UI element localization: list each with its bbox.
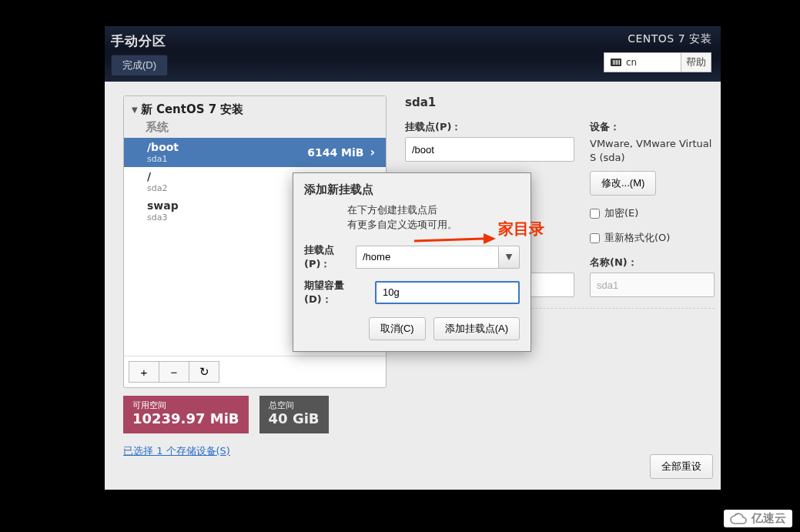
encrypt-label: 加密(E) [604,206,638,220]
svg-line-0 [414,239,484,241]
total-space-box: 总空间 40 GiB [259,396,329,433]
reload-button[interactable]: ↻ [189,361,219,383]
chevron-down-icon[interactable]: ▼ [498,246,520,269]
dialog-capacity-label: 期望容量(D)： [304,279,367,306]
partition-size: 6144 MiB [307,146,363,159]
partition-device: sda3 [147,212,179,223]
cloud-icon [730,513,747,525]
device-label: 设备： [590,120,715,134]
available-space-value: 10239.97 MiB [132,410,239,427]
mount-point-label: 挂载点(P)： [405,120,574,134]
done-button[interactable]: 完成(D) [111,55,168,76]
dialog-title: 添加新挂载点 [304,182,520,197]
watermark-text: 亿速云 [751,511,786,526]
keyboard-indicator[interactable]: cn [604,52,681,72]
installer-topbar: 手动分区 完成(D) CENTOS 7 安装 cn 帮助 [105,26,721,82]
partition-row-boot[interactable]: /boot sda1 6144 MiB › [124,138,386,167]
keyboard-icon [611,59,621,66]
partition-mount: / [147,170,167,183]
help-button[interactable]: 帮助 [681,52,711,72]
device-description: VMware, VMware Virtual S (sda) [590,137,715,165]
reformat-label: 重新格式化(O) [604,231,670,245]
annotation-arrow-icon [413,230,497,250]
annotation-text: 家目录 [498,219,544,239]
svg-marker-1 [484,233,496,244]
partition-toolbar: + − ↻ [124,356,386,387]
reformat-row[interactable]: 重新格式化(O) [590,231,715,245]
remove-partition-button[interactable]: − [159,361,189,383]
watermark: 亿速云 [724,510,792,527]
partition-mount: /boot [147,141,179,154]
disclosure-triangle-icon: ▼ [132,105,138,114]
selected-partition-heading: sda1 [405,95,715,109]
chevron-right-icon: › [370,145,375,159]
cancel-button[interactable]: 取消(C) [369,317,426,340]
name-field-label: 名称(N)： [590,256,715,269]
keyboard-layout: cn [626,57,637,68]
total-space-value: 40 GiB [269,410,320,427]
mount-point-input[interactable] [405,137,574,162]
tree-group-system: 系统 [146,120,378,135]
reset-all-button[interactable]: 全部重设 [650,454,713,479]
add-mount-point-dialog: 添加新挂载点 在下方创建挂载点后 有更多自定义选项可用。 挂载点(P)： ▼ 期… [293,172,531,352]
encrypt-checkbox[interactable] [590,209,600,219]
dialog-hint: 在下方创建挂载点后 有更多自定义选项可用。 [347,203,520,233]
reformat-checkbox[interactable] [590,233,600,243]
dialog-mount-label: 挂载点(P)： [304,243,348,271]
partition-mount: swap [147,199,179,212]
modify-device-button[interactable]: 修改...(M) [590,171,656,196]
available-space-box: 可用空间 10239.97 MiB [123,396,249,433]
dialog-capacity-input[interactable] [375,281,520,304]
page-title: 手动分区 [111,32,168,50]
add-partition-button[interactable]: + [129,361,159,383]
add-mount-point-button[interactable]: 添加挂载点(A) [433,317,520,340]
encrypt-row[interactable]: 加密(E) [590,206,715,220]
storage-devices-link[interactable]: 已选择 1 个存储设备(S) [123,444,387,458]
tree-root[interactable]: ▼ 新 CentOS 7 安装 [132,102,378,117]
available-space-label: 可用空间 [132,400,239,410]
name-input [590,273,715,297]
partition-device: sda1 [147,154,179,164]
total-space-label: 总空间 [269,400,320,410]
partition-device: sda2 [147,183,167,193]
installer-title: CENTOS 7 安装 [628,32,711,46]
